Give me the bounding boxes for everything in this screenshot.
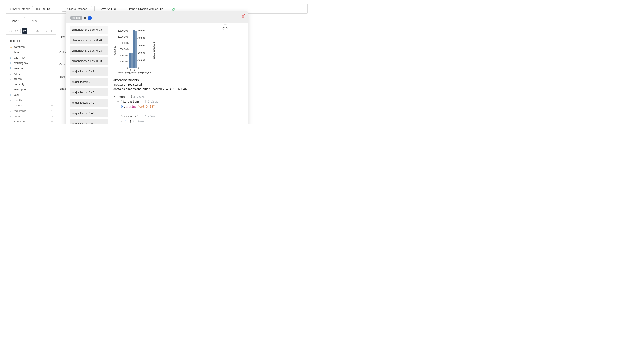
tick-left: 600,000 bbox=[120, 48, 128, 50]
x-tick: 1 bbox=[134, 69, 135, 71]
field-rowcount[interactable]: #Row count bbox=[6, 119, 56, 124]
field-count[interactable]: #count bbox=[6, 113, 56, 119]
clue-item[interactable]: major factor: 0.43 bbox=[70, 67, 108, 76]
field-label: registered bbox=[14, 109, 26, 112]
field-pill[interactable]: month bbox=[70, 16, 82, 20]
sort-icon[interactable] bbox=[50, 28, 55, 34]
json-count: 3 items bbox=[133, 94, 145, 99]
caret-down-icon[interactable]: ▾ bbox=[121, 119, 124, 124]
dimension-fields: ▭datetime #time 🗎dayTime 🗎workingday 🗎we… bbox=[6, 44, 56, 103]
field-datetime[interactable]: ▭datetime bbox=[6, 44, 56, 50]
hash-icon: # bbox=[9, 115, 12, 118]
json-index: 0 bbox=[124, 119, 126, 124]
chart-container: ••• registered registered(target) 0 bbox=[113, 25, 243, 74]
value-badge[interactable]: 1 bbox=[88, 16, 92, 20]
tab-new[interactable]: + New bbox=[24, 17, 42, 24]
stack-icon[interactable] bbox=[35, 28, 40, 34]
json-value: "col_3_38" bbox=[138, 104, 155, 109]
field-casual[interactable]: #casual bbox=[6, 103, 56, 108]
clue-item[interactable]: major factor: 0.45 bbox=[70, 88, 108, 96]
page-icon: 🗎 bbox=[9, 67, 12, 70]
redo-icon[interactable] bbox=[14, 28, 19, 34]
chevron-down-icon bbox=[52, 8, 54, 10]
modal-body: dimensions' clues: 0.73 dimensions' clue… bbox=[66, 22, 248, 124]
icon-toolbar bbox=[6, 27, 56, 35]
field-atemp[interactable]: #atemp bbox=[6, 76, 56, 81]
clue-item[interactable]: major factor: 0.49 bbox=[70, 109, 108, 117]
field-label: year bbox=[14, 93, 19, 96]
create-dataset-button[interactable]: Create Dataset bbox=[62, 6, 92, 12]
json-count: 1 item bbox=[144, 114, 154, 119]
field-month[interactable]: #month bbox=[6, 97, 56, 103]
field-year[interactable]: 🗎year bbox=[6, 92, 56, 97]
tick-right: 0 bbox=[138, 66, 139, 69]
field-time[interactable]: #time bbox=[6, 50, 56, 55]
x-tick: 0 bbox=[130, 69, 132, 71]
json-count: 2 items bbox=[132, 119, 144, 124]
clue-item[interactable]: dimensions' clues: 0.73 bbox=[70, 25, 108, 34]
refresh-icon[interactable] bbox=[43, 28, 48, 34]
bar-cat0-left bbox=[129, 53, 131, 68]
info-score: contains dimensions' clues , score0.7349… bbox=[113, 87, 243, 91]
filter-expr: month = 1 bbox=[70, 16, 92, 20]
chevron-down-icon bbox=[51, 120, 53, 123]
json-key: "root" bbox=[117, 94, 127, 99]
page-icon: 🗎 bbox=[9, 61, 12, 64]
undo-icon[interactable] bbox=[7, 28, 13, 34]
clue-item[interactable]: major factor: 0.50 bbox=[70, 119, 108, 124]
tick-right: 10,000 bbox=[138, 59, 145, 61]
json-index: 0 bbox=[121, 104, 123, 109]
field-label: dayTime bbox=[14, 56, 24, 59]
field-daytime[interactable]: 🗎dayTime bbox=[6, 55, 56, 60]
hash-icon: # bbox=[9, 104, 12, 107]
modal-content: ••• registered registered(target) 0 bbox=[113, 25, 243, 124]
json-line: ▾ "measures" : [ 1 item bbox=[113, 114, 243, 119]
clue-item[interactable]: major factor: 0.47 bbox=[70, 99, 108, 107]
bar-cat1-right bbox=[135, 31, 136, 68]
measure-fields: #casual #registered #count #Row count bbox=[6, 103, 56, 124]
field-weather[interactable]: 🗎weather bbox=[6, 65, 56, 71]
clue-item[interactable]: dimensions' clues: 0.70 bbox=[70, 36, 108, 44]
hash-icon: # bbox=[9, 51, 12, 54]
field-humidity[interactable]: #humidity bbox=[6, 81, 56, 87]
tick-left: 1,000,000 bbox=[118, 35, 128, 38]
tick-left: 800,000 bbox=[120, 42, 128, 44]
tab-chart-1[interactable]: Chart 1 bbox=[6, 17, 25, 24]
calendar-icon: ▭ bbox=[9, 45, 12, 48]
json-viewer: ▾ "root" : { 3 items ▾ "dimensions" : [ … bbox=[113, 94, 243, 124]
page-icon: 🗎 bbox=[9, 93, 12, 96]
info-dimension: dimension =month bbox=[113, 78, 243, 82]
field-label: month bbox=[14, 99, 22, 102]
crop-icon[interactable] bbox=[28, 28, 34, 34]
equals-sign: = bbox=[84, 16, 86, 20]
json-value: "col_10_22" bbox=[148, 124, 167, 124]
save-as-file-button[interactable]: Save As File bbox=[94, 6, 121, 12]
caret-down-icon[interactable]: ▾ bbox=[113, 94, 116, 99]
bar-chart: registered registered(target) 0 200,000 bbox=[113, 25, 156, 74]
x-label: workingday, workingday(target) bbox=[118, 71, 151, 74]
close-icon[interactable] bbox=[241, 14, 245, 18]
toolbar-separator bbox=[20, 29, 21, 33]
cube-icon[interactable] bbox=[22, 28, 28, 34]
clue-item[interactable]: dimensions' clues: 0.68 bbox=[70, 46, 108, 55]
field-workingday[interactable]: 🗎workingday bbox=[6, 60, 56, 65]
field-registered[interactable]: #registered bbox=[6, 108, 56, 113]
import-gw-file-button[interactable]: Import Graphic Walker File bbox=[124, 6, 168, 12]
clue-item[interactable]: dimensions' clues: 0.63 bbox=[70, 57, 108, 65]
tick-left: 400,000 bbox=[120, 54, 128, 57]
json-line: ▾ "root" : { 3 items bbox=[113, 94, 243, 99]
json-line: ▾ "dimensions" : [ 1 item bbox=[113, 99, 243, 104]
dataset-select[interactable]: Bike Sharing bbox=[32, 6, 60, 11]
caret-down-icon[interactable]: ▾ bbox=[117, 114, 120, 119]
field-label: humidity bbox=[14, 83, 24, 86]
tick-right: 30,000 bbox=[138, 44, 145, 47]
field-temp[interactable]: #temp bbox=[6, 71, 56, 76]
clue-item[interactable]: major factor: 0.45 bbox=[70, 78, 108, 86]
info-block: dimension =month measure =registered con… bbox=[113, 78, 243, 91]
field-windspeed[interactable]: #windspeed bbox=[6, 87, 56, 92]
caret-down-icon[interactable]: ▾ bbox=[117, 99, 120, 104]
hash-icon: # bbox=[9, 88, 12, 91]
more-icon[interactable]: ••• bbox=[222, 24, 228, 30]
json-key: "key" bbox=[125, 124, 134, 124]
hash-icon: # bbox=[9, 77, 12, 80]
